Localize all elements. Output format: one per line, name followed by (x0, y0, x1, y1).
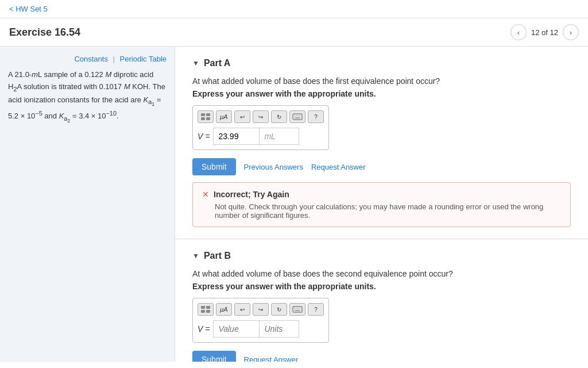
periodic-table-link[interactable]: Periodic Table (120, 55, 167, 63)
part-b-value-input[interactable] (213, 320, 259, 338)
svg-rect-13 (206, 310, 210, 313)
svg-rect-2 (201, 117, 205, 120)
svg-rect-0 (201, 113, 205, 116)
part-b-collapse-arrow[interactable]: ▼ (192, 252, 199, 260)
part-a-collapse-arrow[interactable]: ▼ (192, 59, 199, 67)
part-b-grid-icon[interactable] (198, 303, 214, 316)
error-x-icon: ✕ (202, 190, 209, 199)
part-b-answer-box: μΑ ↩ ↪ ↻ ? (192, 298, 329, 343)
prev-btn[interactable]: ‹ (510, 24, 527, 40)
sidebar-links: Constants | Periodic Table (8, 55, 167, 63)
part-a-section: ▼ Part A At what added volume of base do… (175, 47, 588, 239)
svg-rect-3 (206, 117, 210, 120)
reset-icon[interactable]: ↻ (271, 110, 287, 123)
part-b-help-icon[interactable]: ? (308, 303, 324, 316)
part-a-previous-answers-link[interactable]: Previous Answers (244, 163, 303, 171)
svg-rect-1 (206, 113, 210, 116)
part-a-submit-btn[interactable]: Submit (192, 158, 236, 175)
svg-rect-12 (201, 310, 205, 313)
part-b-toolbar: μΑ ↩ ↪ ↻ ? (198, 303, 324, 316)
part-a-action-row: Submit Previous Answers Request Answer (192, 158, 571, 175)
part-b-question: At what added volume of base does the se… (192, 269, 571, 278)
part-a-request-answer-link[interactable]: Request Answer (311, 163, 366, 171)
part-b-input-row: V = (198, 320, 324, 338)
sidebar: Constants | Periodic Table A 21.0-mL sam… (0, 47, 175, 362)
part-a-error-box: ✕ Incorrect; Try Again Not quite. Check … (192, 182, 571, 227)
part-a-value-input[interactable] (213, 128, 259, 145)
content-area: ▼ Part A At what added volume of base do… (175, 47, 588, 362)
part-a-input-row: V = (198, 128, 324, 145)
part-b-undo-icon[interactable]: ↩ (234, 303, 250, 316)
part-a-error-title: Incorrect; Try Again (214, 190, 289, 199)
part-b-header: ▼ Part B (192, 251, 571, 261)
part-b-section: ▼ Part B At what added volume of base do… (175, 239, 588, 362)
main-layout: Constants | Periodic Table A 21.0-mL sam… (0, 47, 588, 362)
part-b-eq-label: V = (198, 324, 210, 334)
redo-icon[interactable]: ↪ (253, 110, 269, 123)
top-nav: < HW Set 5 (0, 0, 588, 18)
keyboard-icon[interactable] (289, 110, 305, 123)
grid-icon[interactable] (198, 110, 214, 123)
page-indicator: 12 of 12 (531, 28, 558, 37)
part-b-title: Part B (204, 251, 231, 261)
part-b-reset-icon[interactable]: ↻ (271, 303, 287, 316)
part-b-submit-btn[interactable]: Submit (192, 351, 236, 362)
part-b-request-answer-link[interactable]: Request Answer (244, 355, 299, 362)
separator: | (113, 55, 115, 63)
part-a-header: ▼ Part A (192, 58, 571, 68)
sidebar-problem-text: A 21.0-mL sample of a 0.122 M diprotic a… (8, 69, 167, 125)
nav-controls: ‹ 12 of 12 › (510, 24, 579, 40)
part-a-error-header: ✕ Incorrect; Try Again (202, 190, 561, 199)
part-a-title: Part A (204, 58, 231, 68)
back-link[interactable]: < HW Set 5 (9, 5, 48, 13)
part-a-unit-input[interactable] (259, 128, 299, 145)
part-a-answer-box: μΑ ↩ ↪ ↻ ? (192, 105, 329, 150)
part-b-express: Express your answer with the appropriate… (192, 282, 571, 291)
part-b-mu-label: μΑ (220, 306, 227, 313)
part-a-error-msg: Not quite. Check through your calculatio… (215, 202, 561, 220)
exercise-title: Exercise 16.54 (9, 26, 80, 39)
svg-rect-11 (206, 306, 210, 309)
mu-label: μΑ (220, 113, 227, 120)
part-a-question: At what added volume of base does the fi… (192, 76, 571, 86)
svg-rect-10 (201, 306, 205, 309)
constants-link[interactable]: Constants (74, 55, 108, 63)
undo-icon[interactable]: ↩ (234, 110, 250, 123)
exercise-row: Exercise 16.54 ‹ 12 of 12 › (0, 18, 588, 47)
part-b-action-row: Submit Request Answer (192, 351, 571, 362)
part-b-keyboard-icon[interactable] (289, 303, 305, 316)
svg-rect-14 (293, 306, 302, 312)
part-a-toolbar: μΑ ↩ ↪ ↻ ? (198, 110, 324, 123)
part-a-eq-label: V = (198, 132, 210, 141)
part-b-mu-icon[interactable]: μΑ (216, 303, 232, 316)
mu-icon[interactable]: μΑ (216, 110, 232, 123)
part-b-unit-input[interactable] (259, 320, 299, 338)
help-icon[interactable]: ? (308, 110, 324, 123)
part-a-express: Express your answer with the appropriate… (192, 89, 571, 98)
next-btn[interactable]: › (563, 24, 579, 40)
part-b-redo-icon[interactable]: ↪ (253, 303, 269, 316)
svg-rect-4 (293, 114, 302, 120)
